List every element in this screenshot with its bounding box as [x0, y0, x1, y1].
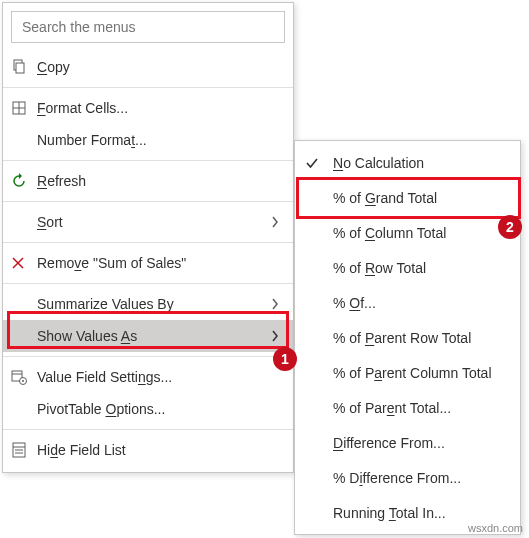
- submenu-column-total[interactable]: % of Column Total: [295, 215, 520, 250]
- menu-summarize-values-by[interactable]: Summarize Values By: [3, 288, 293, 320]
- submenu-parent-column-total[interactable]: % of Parent Column Total: [295, 355, 520, 390]
- submenu-parent-row-total[interactable]: % of Parent Row Total: [295, 320, 520, 355]
- context-menu: Copy Format Cells... Number Format... Re…: [2, 2, 294, 473]
- chevron-right-icon: [271, 298, 283, 310]
- separator: [3, 356, 293, 357]
- value-field-icon: [11, 369, 37, 385]
- format-cells-icon: [11, 100, 37, 116]
- menu-label: Hide Field List: [37, 442, 283, 458]
- submenu-pct-difference-from[interactable]: % Difference From...: [295, 460, 520, 495]
- menu-number-format[interactable]: Number Format...: [3, 124, 293, 156]
- submenu-label: Running Total In...: [333, 505, 508, 521]
- menu-label: Summarize Values By: [37, 296, 271, 312]
- submenu-label: % of Parent Column Total: [333, 365, 508, 381]
- submenu-label: % of Parent Row Total: [333, 330, 508, 346]
- separator: [3, 242, 293, 243]
- menu-hide-field-list[interactable]: Hide Field List: [3, 434, 293, 466]
- show-values-as-submenu: No Calculation % of Grand Total % of Col…: [294, 140, 521, 535]
- menu-remove[interactable]: Remove "Sum of Sales": [3, 247, 293, 279]
- chevron-right-icon: [271, 216, 283, 228]
- submenu-no-calculation[interactable]: No Calculation: [295, 145, 520, 180]
- menu-label: Sort: [37, 214, 271, 230]
- menu-sort[interactable]: Sort: [3, 206, 293, 238]
- submenu-label: No Calculation: [333, 155, 508, 171]
- submenu-label: % of Row Total: [333, 260, 508, 276]
- search-input[interactable]: [12, 12, 284, 42]
- submenu-row-total[interactable]: % of Row Total: [295, 250, 520, 285]
- badge-1: 1: [273, 347, 297, 371]
- menu-label: Show Values As: [37, 328, 271, 344]
- submenu-label: Difference From...: [333, 435, 508, 451]
- separator: [3, 160, 293, 161]
- menu-label: Remove "Sum of Sales": [37, 255, 283, 271]
- separator: [3, 87, 293, 88]
- menu-label: Copy: [37, 59, 283, 75]
- remove-icon: [11, 256, 37, 270]
- submenu-label: % of Column Total: [333, 225, 508, 241]
- submenu-difference-from[interactable]: Difference From...: [295, 425, 520, 460]
- separator: [3, 429, 293, 430]
- menu-label: Number Format...: [37, 132, 283, 148]
- watermark: wsxdn.com: [468, 522, 523, 534]
- menu-value-field-settings[interactable]: Value Field Settings...: [3, 361, 293, 393]
- svg-rect-1: [16, 63, 24, 73]
- submenu-label: % of Parent Total...: [333, 400, 508, 416]
- menu-refresh[interactable]: Refresh: [3, 165, 293, 197]
- menu-show-values-as[interactable]: Show Values As: [3, 320, 293, 352]
- menu-format-cells[interactable]: Format Cells...: [3, 92, 293, 124]
- submenu-label: % Difference From...: [333, 470, 508, 486]
- separator: [3, 201, 293, 202]
- copy-icon: [11, 59, 37, 75]
- chevron-right-icon: [271, 330, 283, 342]
- submenu-label: % of Grand Total: [333, 190, 508, 206]
- menu-label: PivotTable Options...: [37, 401, 283, 417]
- menu-label: Value Field Settings...: [37, 369, 283, 385]
- submenu-grand-total[interactable]: % of Grand Total: [295, 180, 520, 215]
- search-box: [11, 11, 285, 43]
- badge-2: 2: [498, 215, 522, 239]
- submenu-of[interactable]: % Of...: [295, 285, 520, 320]
- svg-point-10: [22, 380, 24, 382]
- submenu-label: % Of...: [333, 295, 508, 311]
- menu-label: Refresh: [37, 173, 283, 189]
- menu-label: Format Cells...: [37, 100, 283, 116]
- menu-pivottable-options[interactable]: PivotTable Options...: [3, 393, 293, 425]
- separator: [3, 283, 293, 284]
- refresh-icon: [11, 173, 37, 189]
- hide-field-icon: [11, 442, 37, 458]
- submenu-parent-total[interactable]: % of Parent Total...: [295, 390, 520, 425]
- menu-copy[interactable]: Copy: [3, 51, 293, 83]
- check-icon: [305, 156, 333, 170]
